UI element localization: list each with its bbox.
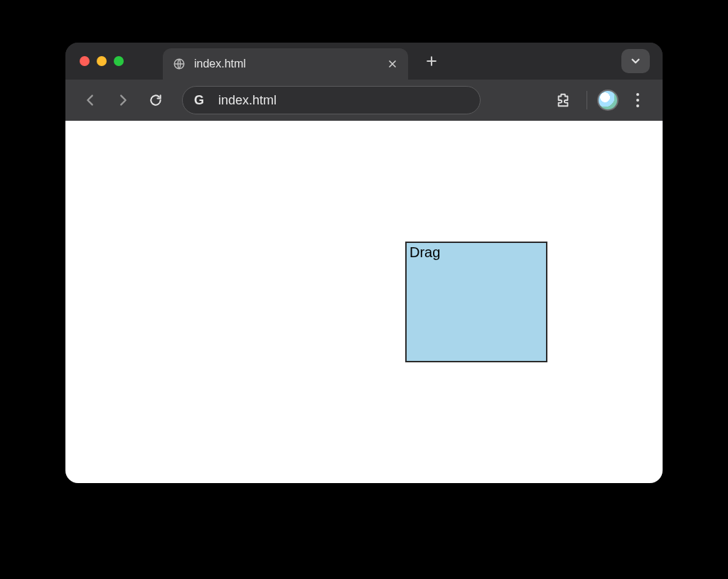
forward-button[interactable] bbox=[109, 87, 136, 114]
tab-strip: index.html bbox=[65, 43, 663, 80]
globe-icon bbox=[173, 58, 186, 70]
address-bar-text: index.html bbox=[218, 93, 277, 108]
browser-window: index.html bbox=[65, 43, 663, 483]
window-controls bbox=[80, 56, 124, 66]
profile-avatar[interactable] bbox=[597, 90, 619, 111]
window-close-button[interactable] bbox=[80, 56, 90, 66]
extensions-button[interactable] bbox=[550, 87, 577, 114]
back-button[interactable] bbox=[77, 87, 104, 114]
draggable-box[interactable]: Drag bbox=[405, 242, 547, 362]
reload-button[interactable] bbox=[142, 87, 169, 114]
tab-search-button[interactable] bbox=[621, 49, 650, 73]
draggable-box-label: Drag bbox=[410, 244, 440, 260]
tab-title: index.html bbox=[194, 58, 378, 70]
close-tab-button[interactable] bbox=[387, 58, 398, 70]
toolbar-divider bbox=[587, 91, 587, 109]
new-tab-button[interactable] bbox=[421, 50, 442, 72]
browser-tab[interactable]: index.html bbox=[163, 48, 408, 80]
browser-toolbar: G index.html bbox=[65, 80, 663, 121]
address-bar[interactable]: G index.html bbox=[182, 86, 481, 114]
page-viewport: Drag bbox=[65, 121, 663, 483]
search-engine-icon: G bbox=[194, 93, 208, 107]
window-minimize-button[interactable] bbox=[97, 56, 107, 66]
window-zoom-button[interactable] bbox=[114, 56, 124, 66]
browser-menu-button[interactable] bbox=[624, 87, 651, 114]
